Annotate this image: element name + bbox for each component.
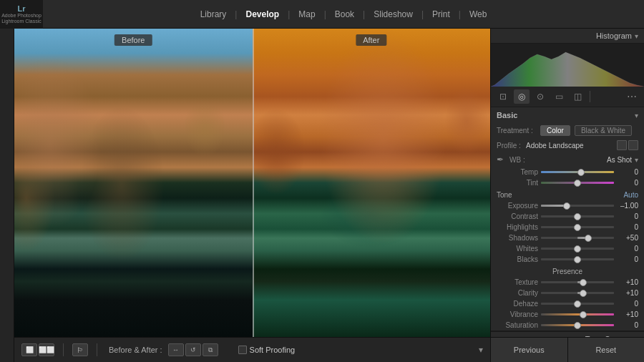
lr-logo-text: Adobe PhotoshopLightroom Classic: [1, 13, 42, 24]
presence-label: Presence: [552, 268, 582, 275]
before-photo: [14, 29, 253, 337]
bw-btn[interactable]: Black & White: [575, 125, 632, 136]
dehaze-thumb[interactable]: [574, 300, 581, 308]
shadows-thumb[interactable]: [585, 235, 592, 242]
saturation-thumb[interactable]: [574, 322, 581, 329]
texture-label: Texture: [497, 278, 538, 286]
highlights-track[interactable]: [541, 226, 614, 228]
bottom-toolbar: ⬜ ⬜⬜ 🏳 Before & After : ↔ ↺ ⧉ Soft Proof…: [14, 337, 490, 362]
clarity-thumb[interactable]: [580, 290, 587, 297]
whites-thumb[interactable]: [574, 245, 581, 253]
tone-curve-section[interactable]: Tone Curve ◀: [491, 331, 644, 337]
left-panel: [0, 29, 14, 362]
tone-section-row: Tone Auto: [491, 188, 644, 200]
copy-btn[interactable]: ⧉: [203, 343, 218, 356]
profile-icons: [617, 140, 638, 150]
temp-thumb[interactable]: [577, 169, 585, 176]
healing-tool[interactable]: ◎: [514, 89, 530, 104]
basic-panel-header[interactable]: Basic ▾: [491, 107, 644, 123]
wb-eyedropper[interactable]: ✒: [497, 155, 507, 165]
panel-scroll[interactable]: Basic ▾ Treatment : Color Black & White …: [491, 107, 644, 337]
nav-book[interactable]: Book: [326, 0, 363, 29]
tint-thumb[interactable]: [574, 180, 581, 187]
vibrance-label: Vibrance: [497, 310, 538, 318]
before-after-divider[interactable]: [253, 29, 254, 337]
gradient-tool[interactable]: ▭: [551, 89, 567, 104]
vibrance-track[interactable]: [541, 313, 614, 315]
whites-slider-row: Whites 0: [491, 243, 644, 254]
shadows-track[interactable]: [541, 237, 614, 239]
nav-web[interactable]: Web: [461, 0, 495, 29]
wb-dropdown[interactable]: ▾: [635, 156, 638, 164]
treatment-label: Treatment :: [497, 127, 536, 134]
exposure-thumb[interactable]: [563, 202, 570, 210]
temp-slider-row: Temp 0: [491, 167, 644, 177]
highlights-thumb[interactable]: [574, 224, 581, 231]
nav-develop[interactable]: Develop: [237, 0, 288, 29]
profile-list-btn[interactable]: [628, 140, 638, 150]
panel-bottom: Previous Reset: [491, 337, 644, 362]
temp-label: Temp: [497, 168, 538, 176]
whites-track[interactable]: [541, 248, 614, 250]
cycle-btn[interactable]: ↺: [185, 343, 201, 356]
blacks-track[interactable]: [541, 258, 614, 260]
lr-logo: Lr Adobe PhotoshopLightroom Classic: [0, 0, 43, 29]
dehaze-label: Dehaze: [497, 300, 538, 308]
nav-map[interactable]: Map: [290, 0, 323, 29]
previous-button[interactable]: Previous: [491, 338, 568, 362]
blacks-thumb[interactable]: [574, 256, 581, 263]
before-label: Before: [114, 34, 152, 46]
nav-slideshow[interactable]: Slideshow: [365, 0, 421, 29]
after-photo: [253, 29, 491, 337]
exposure-track[interactable]: [541, 205, 614, 207]
blacks-value: 0: [617, 255, 638, 263]
view-controls: ⬜ ⬜⬜: [21, 343, 54, 356]
contrast-thumb[interactable]: [574, 213, 581, 220]
clarity-track[interactable]: [541, 292, 614, 294]
temp-value: 0: [617, 168, 638, 176]
top-nav: Lr Adobe PhotoshopLightroom Classic Libr…: [0, 0, 644, 29]
reset-button[interactable]: Reset: [568, 338, 645, 362]
saturation-track[interactable]: [541, 324, 614, 326]
contrast-label: Contrast: [497, 212, 538, 220]
texture-track[interactable]: [541, 281, 614, 283]
radial-tool[interactable]: ◫: [570, 89, 585, 104]
color-btn[interactable]: Color: [540, 125, 570, 136]
crop-tool[interactable]: ⊡: [495, 89, 511, 104]
basic-panel: Basic ▾ Treatment : Color Black & White …: [491, 107, 644, 331]
tone-label: Tone: [497, 191, 512, 199]
dehaze-track[interactable]: [541, 303, 614, 305]
basic-panel-title: Basic: [497, 111, 517, 119]
view-split-btn[interactable]: ⬜⬜: [39, 343, 54, 356]
redeye-tool[interactable]: ⊙: [532, 89, 548, 104]
contrast-slider-row: Contrast 0: [491, 211, 644, 222]
profile-row: Profile : Adobe Landscape: [491, 138, 644, 152]
vibrance-thumb[interactable]: [580, 311, 587, 318]
profile-label: Profile :: [497, 142, 522, 150]
profile-grid-btn[interactable]: [617, 140, 627, 150]
basic-panel-arrow: ▾: [635, 112, 638, 119]
view-single-btn[interactable]: ⬜: [21, 343, 37, 356]
wb-label: WB :: [509, 156, 527, 164]
nav-library[interactable]: Library: [192, 0, 235, 29]
nav-links: Library | Develop | Map | Book | Slidesh…: [43, 0, 644, 29]
temp-track[interactable]: [541, 171, 614, 173]
flag-btn[interactable]: 🏳: [72, 343, 88, 356]
photo-area: Before After ⬜ ⬜⬜ 🏳 Before & After : ↔ ↺…: [14, 29, 490, 362]
tone-auto-btn[interactable]: Auto: [623, 191, 638, 199]
contrast-value: 0: [617, 212, 638, 220]
toolbar-dropdown[interactable]: ▾: [479, 345, 483, 355]
tint-track[interactable]: [541, 182, 614, 184]
nav-print[interactable]: Print: [424, 0, 459, 29]
saturation-slider-row: Saturation 0: [491, 320, 644, 331]
tint-value: 0: [617, 179, 638, 187]
texture-thumb[interactable]: [580, 279, 587, 286]
swap-btn[interactable]: ↔: [168, 343, 184, 356]
soft-proofing-checkbox[interactable]: [238, 346, 247, 354]
shadows-label: Shadows: [497, 234, 538, 242]
tint-label: Tint: [497, 179, 538, 187]
clarity-label: Clarity: [497, 289, 538, 297]
wb-value: As Shot: [607, 156, 632, 164]
range-mask-tool[interactable]: ⋯: [624, 89, 640, 104]
contrast-track[interactable]: [541, 215, 614, 217]
